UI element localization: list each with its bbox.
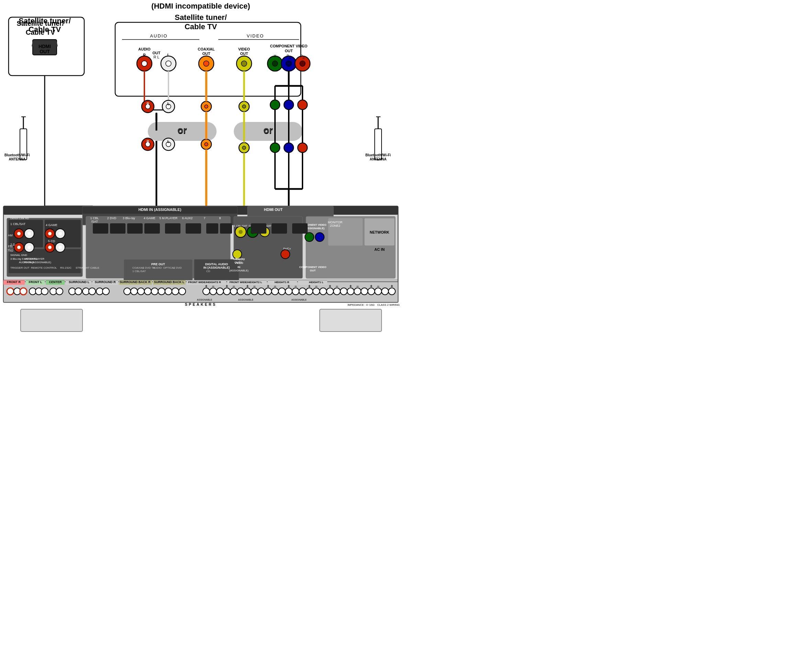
svg-point-176 — [278, 288, 285, 295]
svg-text:1 CBL/SAT: 1 CBL/SAT — [10, 222, 26, 226]
svg-text:FRONT R: FRONT R — [7, 280, 21, 284]
svg-text:OUT: OUT — [39, 49, 50, 54]
svg-point-145 — [29, 288, 36, 295]
svg-point-187 — [354, 288, 361, 295]
svg-point-190 — [375, 288, 382, 295]
svg-text:OUT1: OUT1 — [234, 261, 242, 264]
svg-rect-321 — [165, 223, 180, 234]
svg-point-119 — [14, 243, 24, 252]
svg-text:−: − — [315, 284, 317, 289]
svg-point-144 — [20, 288, 27, 295]
svg-text:or: or — [264, 126, 273, 136]
svg-rect-109 — [8, 249, 81, 273]
svg-point-166 — [210, 288, 216, 295]
svg-text:2 DVD: 2 DVD — [278, 224, 286, 227]
svg-text:ASSIGNABLE: ASSIGNABLE — [291, 299, 307, 301]
svg-point-12 — [199, 56, 214, 71]
svg-point-149 — [56, 288, 63, 295]
svg-point-152 — [83, 288, 89, 295]
svg-text:4 GAME: 4 GAME — [46, 223, 57, 227]
svg-text:HDMI: HDMI — [39, 44, 51, 49]
svg-rect-94 — [26, 280, 45, 285]
svg-text:IN: IN — [237, 266, 240, 269]
svg-text:6 AUX2: 6 AUX2 — [182, 216, 193, 220]
svg-text:3 Blu-ray   6 MEDIA PLAYER: 3 Blu-ray 6 MEDIA PLAYER — [10, 257, 44, 260]
svg-point-161 — [158, 288, 165, 295]
svg-rect-324 — [220, 223, 232, 234]
svg-point-135 — [260, 227, 270, 237]
svg-point-178 — [292, 288, 299, 295]
svg-text:FM: FM — [8, 245, 13, 248]
svg-text:SPEAKERS: SPEAKERS — [185, 302, 217, 307]
svg-point-169 — [230, 288, 237, 295]
svg-text:−: − — [356, 284, 359, 289]
svg-point-116 — [17, 232, 21, 235]
svg-point-133 — [247, 226, 258, 237]
svg-rect-92 — [3, 282, 398, 302]
svg-point-137 — [305, 232, 314, 242]
svg-text:3 Blu-ray: 3 Blu-ray — [123, 216, 135, 220]
svg-rect-100 — [187, 280, 226, 285]
svg-rect-113 — [364, 218, 395, 246]
svg-rect-23 — [234, 122, 302, 141]
svg-text:Bluetooth/Wi-Fi: Bluetooth/Wi-Fi — [366, 153, 391, 157]
svg-point-155 — [102, 288, 109, 295]
svg-point-13 — [203, 61, 209, 66]
svg-rect-88 — [3, 206, 398, 302]
svg-point-142 — [7, 288, 14, 295]
svg-text:HEIGHT1 L: HEIGHT1 L — [309, 281, 323, 284]
svg-text:FRONT WIDE/HEIGHT2 R: FRONT WIDE/HEIGHT2 R — [188, 281, 221, 284]
svg-rect-103 — [298, 280, 327, 285]
svg-text:+: + — [328, 284, 331, 289]
svg-point-186 — [347, 288, 354, 295]
svg-point-33 — [141, 138, 154, 151]
svg-point-40 — [145, 104, 150, 109]
svg-text:1 CBL: 1 CBL — [90, 216, 99, 220]
svg-rect-95 — [46, 280, 65, 285]
svg-text:SURROUND R: SURROUND R — [94, 280, 116, 284]
svg-point-151 — [75, 288, 82, 295]
svg-text:or: or — [178, 126, 187, 136]
svg-point-19 — [286, 61, 291, 66]
svg-point-173 — [258, 288, 265, 295]
svg-text:GAME: GAME — [249, 224, 257, 227]
svg-text:PHONO: PHONO — [24, 261, 34, 264]
satellite-left-label: Satellite tuner/ Cable TV — [10, 19, 70, 37]
svg-rect-105 — [320, 309, 382, 331]
svg-rect-85 — [375, 129, 382, 160]
svg-rect-112 — [306, 216, 395, 278]
svg-point-123 — [45, 229, 55, 239]
svg-text:RS-232C: RS-232C — [60, 266, 72, 269]
svg-point-63 — [270, 100, 280, 110]
svg-text:CLASS 2 WIRING: CLASS 2 WIRING — [377, 304, 400, 307]
svg-rect-1 — [33, 39, 57, 55]
svg-point-52 — [205, 143, 208, 146]
svg-point-184 — [333, 288, 340, 295]
svg-point-170 — [237, 288, 244, 295]
svg-marker-2 — [32, 41, 58, 46]
svg-point-164 — [179, 288, 185, 295]
svg-text:MONITOR: MONITOR — [328, 221, 343, 224]
svg-text:CD: CD — [206, 270, 210, 273]
svg-text:L: L — [167, 102, 169, 106]
svg-point-154 — [96, 288, 103, 295]
svg-text:+: + — [226, 284, 228, 289]
svg-point-37 — [166, 142, 171, 147]
svg-point-42 — [162, 100, 175, 113]
svg-rect-215 — [83, 207, 237, 214]
svg-text:IMPEDANCE : 4~16Ω: IMPEDANCE : 4~16Ω — [348, 304, 374, 307]
svg-point-59 — [242, 146, 246, 149]
svg-point-56 — [239, 101, 249, 112]
diagram-container: R L — [0, 0, 402, 336]
svg-point-118 — [28, 232, 31, 235]
svg-point-129 — [55, 243, 65, 252]
svg-text:PRE OUT: PRE OUT — [151, 263, 165, 266]
svg-text:Y: Y — [274, 54, 276, 58]
svg-rect-106 — [7, 218, 83, 277]
svg-text:−: − — [377, 284, 379, 289]
svg-rect-322 — [185, 223, 201, 234]
svg-text:R: R — [146, 140, 149, 144]
svg-point-192 — [388, 288, 395, 295]
svg-text:2 DVD: 2 DVD — [174, 266, 182, 269]
svg-point-172 — [251, 288, 258, 295]
